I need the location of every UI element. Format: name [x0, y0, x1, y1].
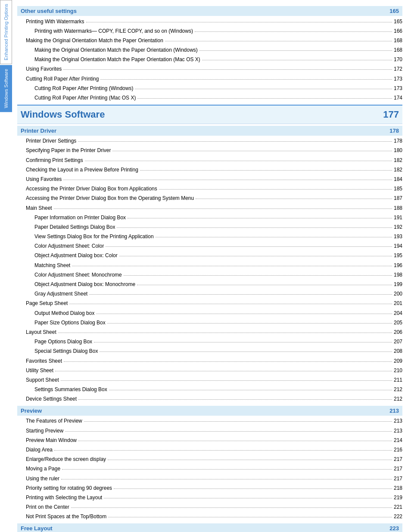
toc-dots	[108, 517, 392, 517]
section-preview-page: 213	[389, 408, 399, 414]
toc-label: Support Sheet	[17, 376, 59, 384]
toc-dots	[54, 450, 392, 451]
toc-page-num: 192	[394, 223, 402, 231]
side-tabs: Enhanced Printing Options Windows Softwa…	[0, 0, 12, 532]
toc-page-num: 180	[394, 146, 402, 155]
toc-label: Moving a Page	[17, 465, 60, 473]
toc-dots	[69, 304, 392, 304]
toc-label: Dialog Area	[17, 446, 53, 454]
toc-dots	[165, 41, 392, 41]
section-preview-header: Preview 213	[17, 406, 402, 416]
toc-page-num: 208	[394, 347, 402, 355]
toc-label: Printing with Watermarks— COPY, FILE COP…	[17, 27, 193, 35]
toc-dots	[137, 98, 392, 99]
toc-row: Cutting Roll Paper After Printing (Windo…	[17, 84, 402, 93]
toc-row: Dialog Area216	[17, 445, 402, 455]
toc-dots	[156, 237, 392, 237]
side-tab-enhanced[interactable]: Enhanced Printing Options	[0, 0, 12, 64]
toc-dots	[63, 180, 392, 180]
toc-label: Object Adjustment Dialog box: Monochrome	[17, 280, 135, 289]
toc-row: Object Adjustment Dialog box: Color195	[17, 251, 402, 261]
section-other-page: 165	[389, 8, 399, 14]
toc-label: Specifying Paper in the Printer Driver	[17, 146, 111, 155]
side-tab-windows[interactable]: Windows Software	[0, 65, 12, 112]
toc-dots	[137, 285, 392, 285]
toc-row: Support Sheet211	[17, 375, 402, 385]
toc-page-num: 216	[394, 446, 402, 454]
toc-label: Print on the Center	[17, 503, 69, 511]
toc-label: Object Adjustment Dialog box: Color	[17, 252, 118, 260]
toc-row: Making the Original Orientation Match th…	[17, 36, 402, 45]
toc-row: The Features of Preview213	[17, 417, 402, 426]
toc-page-num: 221	[394, 503, 402, 511]
toc-row: Printing With Watermarks165	[17, 17, 402, 26]
toc-dots	[100, 79, 392, 80]
toc-dots	[55, 371, 392, 371]
toc-row: Favorites Sheet209	[17, 356, 402, 366]
toc-label: Gray Adjustment Sheet	[17, 290, 87, 298]
section-other-title: Other useful settings	[21, 8, 77, 14]
toc-label: View Settings Dialog Box for the Printin…	[17, 233, 154, 241]
section-free-layout-header: Free Layout 223	[17, 523, 402, 532]
toc-row: Print on the Center221	[17, 503, 402, 512]
toc-label: Color Adjustment Sheet: Monochrome	[17, 271, 122, 279]
toc-page-num: 185	[394, 185, 402, 193]
toc-dots	[61, 380, 392, 381]
toc-dots	[54, 208, 392, 209]
toc-page-num: 168	[394, 46, 402, 54]
toc-row: Preview Main Window214	[17, 436, 402, 445]
toc-page-num: 217	[394, 455, 402, 464]
toc-dots	[94, 342, 392, 342]
toc-dots	[84, 421, 392, 422]
toc-row: Page Options Dialog Box207	[17, 337, 402, 347]
toc-row: Color Adjustment Sheet: Monochrome198	[17, 270, 402, 280]
toc-row: Paper Detailed Settings Dialog Box192	[17, 222, 402, 232]
toc-row: Settings Summaries Dialog Box212	[17, 385, 402, 395]
toc-label: Confirming Print Settings	[17, 156, 83, 165]
toc-label: Utility Sheet	[17, 367, 53, 375]
toc-dots	[78, 399, 392, 400]
toc-row: Printing with Selecting the Layout219	[17, 493, 402, 502]
toc-page-num: 187	[394, 194, 402, 202]
section-printer-driver-rows: Printer Driver Settings178Specifying Pap…	[17, 137, 402, 404]
section-other-header: Other useful settings 165	[17, 6, 402, 16]
toc-dots	[199, 50, 392, 51]
toc-dots	[85, 161, 392, 161]
toc-dots	[96, 314, 392, 314]
toc-row: Paper Size Options Dialog Box205	[17, 318, 402, 327]
section-printer-driver-page: 178	[389, 128, 399, 134]
toc-page-num: 168	[394, 37, 402, 45]
toc-label: Checking the Layout in a Preview Before …	[17, 166, 138, 174]
toc-row: Printing with Watermarks— COPY, FILE COP…	[17, 26, 402, 36]
toc-row: Color Adjustment Sheet: Color194	[17, 242, 402, 251]
toc-dots	[72, 266, 392, 266]
toc-row: Utility Sheet210	[17, 366, 402, 375]
toc-page-num: 170	[394, 56, 402, 64]
toc-row: Main Sheet188	[17, 203, 402, 213]
toc-dots	[61, 479, 392, 479]
toc-row: Checking the Layout in a Preview Before …	[17, 165, 402, 174]
toc-row: Device Settings Sheet212	[17, 395, 402, 404]
toc-page-num: 217	[394, 465, 402, 473]
toc-label: Paper Information on Printer Dialog Box	[17, 214, 126, 222]
toc-page-num: 201	[394, 299, 402, 308]
toc-page-num: 212	[394, 395, 402, 403]
toc-dots	[86, 22, 392, 22]
toc-row: Matching Sheet196	[17, 261, 402, 270]
toc-row: Priority setting for rotating 90 degrees…	[17, 483, 402, 493]
toc-label: Cutting Roll Paper After Printing (Mac O…	[17, 94, 136, 102]
big-section-title: Windows Software	[21, 109, 105, 120]
toc-label: Making the Original Orientation Match th…	[17, 37, 163, 45]
toc-dots	[107, 323, 392, 324]
side-tab-enhanced-label: Enhanced Printing Options	[3, 4, 9, 60]
toc-dots	[106, 246, 392, 247]
toc-label: Device Settings Sheet	[17, 395, 77, 403]
section-printer-driver-header: Printer Driver 178	[17, 126, 402, 136]
toc-dots	[109, 390, 392, 390]
section-preview-title: Preview	[21, 408, 42, 414]
toc-page-num: 191	[394, 214, 402, 222]
toc-row: Not Print Spaces at the Top/Bottom222	[17, 512, 402, 522]
toc-dots	[140, 170, 392, 171]
toc-page-num: 222	[394, 513, 402, 521]
toc-row: Accessing the Printer Driver Dialog Box …	[17, 184, 402, 194]
